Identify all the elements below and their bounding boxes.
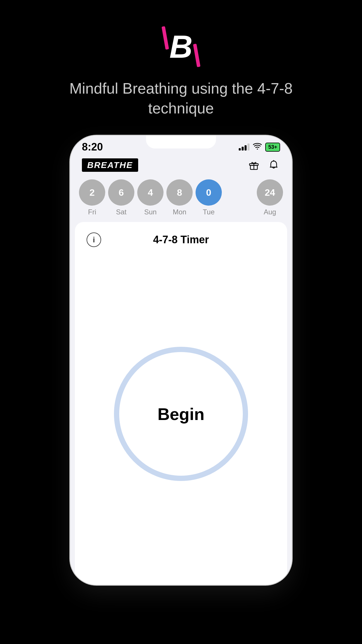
cal-circle-sat[interactable]: 6 bbox=[108, 179, 134, 206]
cal-circle-sun[interactable]: 4 bbox=[137, 179, 164, 206]
phone-mockup: 8:20 bbox=[70, 136, 292, 585]
card-header: i 4-7-8 Timer bbox=[87, 234, 275, 246]
status-time: 8:20 bbox=[82, 141, 103, 153]
cal-item-sat[interactable]: 6 Sat bbox=[108, 179, 134, 216]
content-card: i 4-7-8 Timer Begin bbox=[75, 222, 287, 585]
card-title: 4-7-8 Timer bbox=[153, 234, 209, 246]
cal-circle-tue[interactable]: 0 bbox=[196, 179, 222, 206]
wifi-icon bbox=[253, 143, 262, 151]
logo-slash-left bbox=[161, 26, 169, 50]
cal-circle-mon[interactable]: 8 bbox=[166, 179, 193, 206]
begin-label: Begin bbox=[157, 404, 204, 424]
signal-bar-1 bbox=[239, 148, 241, 150]
battery-badge: 53+ bbox=[265, 143, 280, 152]
begin-area: Begin bbox=[87, 252, 275, 576]
cal-item-aug[interactable]: 24 Aug bbox=[257, 179, 283, 216]
signal-bar-2 bbox=[242, 147, 244, 150]
tagline-text: Mindful Breathing using the 4-7-8 techni… bbox=[61, 79, 301, 118]
signal-bar-3 bbox=[245, 145, 247, 150]
cal-item-fri[interactable]: 2 Fri bbox=[79, 179, 105, 216]
bell-button[interactable] bbox=[267, 159, 280, 172]
logo-slash-right bbox=[193, 44, 201, 67]
gift-button[interactable] bbox=[247, 159, 260, 172]
app-header: BREATHE bbox=[70, 155, 292, 176]
signal-bar-4 bbox=[247, 144, 249, 150]
brand-logo: BREATHE bbox=[82, 158, 138, 172]
svg-point-0 bbox=[257, 148, 258, 150]
app-logo: B bbox=[158, 23, 204, 70]
phone-notch bbox=[146, 136, 216, 148]
header-icons bbox=[247, 159, 280, 172]
calendar-strip: 2 Fri 6 Sat 4 Sun bbox=[70, 176, 292, 222]
top-section: B Mindful Breathing using the 4-7-8 tech… bbox=[61, 0, 301, 136]
cal-item-tue[interactable]: 0 Tue bbox=[196, 179, 222, 216]
status-icons: 53+ bbox=[239, 143, 280, 152]
signal-bars-icon bbox=[239, 144, 249, 150]
cal-item-sun[interactable]: 4 Sun bbox=[137, 179, 164, 216]
cal-circle-fri[interactable]: 2 bbox=[79, 179, 105, 206]
phone-inner: 8:20 bbox=[70, 136, 292, 585]
cal-item-mon[interactable]: 8 Mon bbox=[166, 179, 193, 216]
logo-letter: B bbox=[169, 31, 192, 63]
phone-wrapper: 8:20 bbox=[70, 136, 292, 644]
cal-circle-aug[interactable]: 24 bbox=[257, 179, 283, 206]
begin-button[interactable]: Begin bbox=[114, 347, 248, 481]
info-button[interactable]: i bbox=[87, 232, 101, 247]
